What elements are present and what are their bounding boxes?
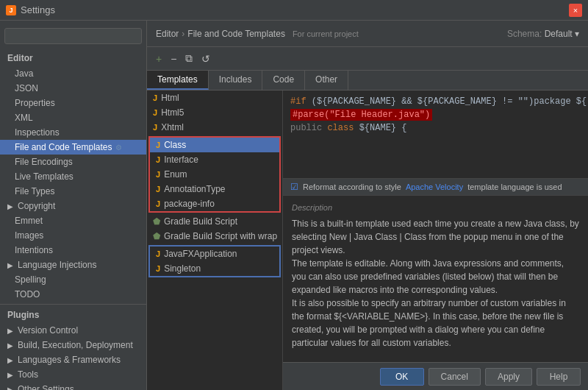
java-file-icon: J bbox=[156, 141, 160, 149]
schema-value[interactable]: Default ▾ bbox=[545, 29, 579, 39]
sidebar-item-images[interactable]: Images bbox=[0, 228, 146, 243]
breadcrumb-templates: File and Code Templates bbox=[187, 29, 285, 39]
schema-label: Schema: bbox=[507, 29, 542, 39]
gradle-icon: ⬟ bbox=[153, 216, 160, 227]
sidebar-item-other-settings[interactable]: ▶ Other Settings bbox=[0, 382, 146, 390]
split-content: J Html J Html5 J Xhtml J Class bbox=[147, 91, 588, 390]
ok-button[interactable]: OK bbox=[380, 368, 424, 386]
sidebar-item-xml[interactable]: XML bbox=[0, 110, 146, 125]
java-file-icon: J bbox=[153, 108, 157, 117]
toolbar: + − ⧉ ↺ bbox=[147, 47, 588, 71]
copy-button[interactable]: ⧉ bbox=[182, 51, 196, 66]
gear-icon: ⚙ bbox=[115, 143, 122, 152]
java-file-icon: J bbox=[156, 170, 160, 179]
file-item-interface[interactable]: J Interface bbox=[150, 152, 279, 167]
breadcrumb-sep: › bbox=[182, 29, 184, 39]
app-icon: J bbox=[6, 5, 16, 15]
sidebar-item-todo[interactable]: TODO bbox=[0, 287, 146, 302]
add-button[interactable]: + bbox=[153, 52, 165, 66]
file-item-javafx-application[interactable]: J JavaFXApplication bbox=[150, 247, 279, 261]
tab-other[interactable]: Other bbox=[305, 71, 348, 90]
sidebar-item-tools[interactable]: ▶ Tools bbox=[0, 367, 146, 382]
breadcrumb-editor: Editor bbox=[156, 29, 179, 39]
sidebar-item-java[interactable]: Java bbox=[0, 66, 146, 81]
file-item-annotation-type[interactable]: J AnnotationType bbox=[150, 182, 279, 196]
sidebar-item-build-execution[interactable]: ▶ Build, Execution, Deployment bbox=[0, 338, 146, 352]
apache-velocity-link[interactable]: Apache Velocity bbox=[406, 182, 463, 191]
title-bar: J Settings × bbox=[0, 0, 588, 21]
sidebar-item-file-types[interactable]: File Types bbox=[0, 184, 146, 199]
file-item-gradle-build-script[interactable]: ⬟ Gradle Build Script bbox=[147, 214, 282, 229]
reformat-label: Reformat according to style bbox=[303, 182, 401, 191]
main-container: Editor Java JSON Properties XML Inspecti… bbox=[0, 21, 588, 390]
tab-code[interactable]: Code bbox=[262, 71, 305, 90]
sidebar-item-live-templates[interactable]: Live Templates bbox=[0, 169, 146, 184]
java-file-icon: J bbox=[156, 249, 160, 258]
checkbox-icon: ☑ bbox=[290, 182, 298, 192]
apply-button[interactable]: Apply bbox=[485, 368, 532, 386]
code-line-2: #parse("File Header.java") bbox=[290, 108, 581, 121]
java-file-icon: J bbox=[153, 123, 157, 132]
sidebar-item-languages-frameworks[interactable]: ▶ Languages & Frameworks bbox=[0, 352, 146, 367]
java-file-icon: J bbox=[156, 199, 160, 208]
sidebar-item-intentions[interactable]: Intentions bbox=[0, 243, 146, 258]
sidebar-item-inspections[interactable]: Inspections bbox=[0, 125, 146, 140]
sidebar-item-file-and-code-templates[interactable]: File and Code Templates ⚙ bbox=[0, 140, 146, 155]
content-header: Editor › File and Code Templates For cur… bbox=[147, 21, 588, 47]
description-title: Description bbox=[292, 202, 579, 214]
gradle-icon: ⬟ bbox=[153, 231, 160, 241]
schema-container: Schema: Default ▾ bbox=[507, 29, 579, 39]
file-list-panel: J Html J Html5 J Xhtml J Class bbox=[147, 91, 283, 390]
reformat-bar: ☑ Reformat according to style Apache Vel… bbox=[283, 179, 588, 196]
bottom-bar: OK Cancel Apply Help bbox=[283, 362, 588, 390]
file-item-html5[interactable]: J Html5 bbox=[147, 105, 282, 120]
java-file-icon: J bbox=[156, 264, 160, 273]
description-panel: Description This is a built-in template … bbox=[283, 196, 588, 362]
tab-includes[interactable]: Includes bbox=[209, 71, 263, 90]
search-input[interactable] bbox=[4, 28, 142, 44]
file-item-html[interactable]: J Html bbox=[147, 91, 282, 105]
breadcrumb: Editor › File and Code Templates For cur… bbox=[156, 29, 359, 39]
sidebar-section-plugins: Plugins bbox=[0, 307, 146, 323]
file-item-class[interactable]: J Class bbox=[150, 138, 279, 152]
code-line-1: #if (${PACKAGE_NAME} && ${PACKAGE_NAME} … bbox=[290, 95, 581, 108]
code-panel: #if (${PACKAGE_NAME} && ${PACKAGE_NAME} … bbox=[283, 91, 588, 390]
sidebar-item-version-control[interactable]: ▶ Version Control bbox=[0, 323, 146, 338]
reset-button[interactable]: ↺ bbox=[198, 52, 213, 66]
java-file-icon: J bbox=[156, 155, 160, 164]
sidebar-item-copyright[interactable]: ▶ Copyright bbox=[0, 199, 146, 213]
description-text: This is a built-in template used each ti… bbox=[292, 217, 579, 350]
file-item-enum[interactable]: J Enum bbox=[150, 167, 279, 182]
sidebar-item-language-injections[interactable]: ▶ Language Injections bbox=[0, 258, 146, 272]
sidebar-item-emmet[interactable]: Emmet bbox=[0, 213, 146, 228]
file-item-package-info[interactable]: J package-info bbox=[150, 196, 279, 211]
tab-templates[interactable]: Templates bbox=[147, 71, 209, 90]
file-item-gradle-build-script-wrap[interactable]: ⬟ Gradle Build Script with wrap bbox=[147, 229, 282, 244]
sidebar: Editor Java JSON Properties XML Inspecti… bbox=[0, 21, 147, 390]
content-area: Editor › File and Code Templates For cur… bbox=[147, 21, 588, 390]
sidebar-item-spelling[interactable]: Spelling bbox=[0, 272, 146, 287]
sidebar-item-json[interactable]: JSON bbox=[0, 81, 146, 96]
file-item-xhtml[interactable]: J Xhtml bbox=[147, 120, 282, 135]
close-button[interactable]: × bbox=[569, 4, 582, 17]
java-file-icon: J bbox=[153, 93, 157, 102]
file-item-singleton[interactable]: J Singleton bbox=[150, 261, 279, 276]
window-title: Settings bbox=[21, 4, 55, 15]
cancel-button[interactable]: Cancel bbox=[429, 368, 481, 386]
sidebar-section-editor: Editor bbox=[0, 50, 146, 66]
reformat-suffix: template language is used bbox=[467, 182, 562, 191]
title-bar-left: J Settings bbox=[6, 4, 55, 15]
sidebar-item-file-encodings[interactable]: File Encodings bbox=[0, 155, 146, 169]
code-area[interactable]: #if (${PACKAGE_NAME} && ${PACKAGE_NAME} … bbox=[283, 91, 588, 179]
sidebar-item-properties[interactable]: Properties bbox=[0, 96, 146, 110]
remove-button[interactable]: − bbox=[168, 52, 179, 66]
java-file-icon: J bbox=[156, 185, 160, 194]
for-current-project: For current project bbox=[293, 29, 359, 38]
tabs-bar: Templates Includes Code Other bbox=[147, 71, 588, 91]
help-button[interactable]: Help bbox=[537, 368, 581, 386]
code-line-3: public class ${NAME} { bbox=[290, 121, 581, 135]
